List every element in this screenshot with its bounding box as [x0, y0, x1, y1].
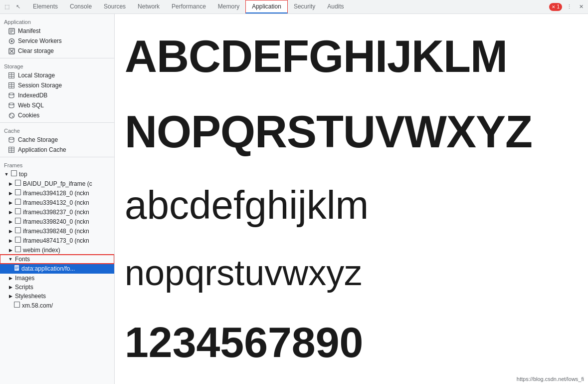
expand-baidu: ▶ — [8, 181, 13, 186]
tab-sources[interactable]: Sources — [98, 0, 132, 13]
font-data-label: data:application/fo... — [21, 265, 75, 272]
frame-icon-baidu — [15, 180, 21, 187]
tree-item-webim[interactable]: ▶ webim (index) — [0, 245, 114, 255]
expand-fonts: ▼ — [8, 257, 13, 262]
baidu-label: BAIDU_DUP_fp_iframe (c — [23, 180, 92, 187]
dock-icon[interactable]: ⬚ — [2, 2, 12, 12]
tab-elements[interactable]: Elements — [27, 0, 64, 13]
inspect-icon[interactable]: ↖ — [13, 2, 23, 12]
svg-rect-40 — [14, 302, 20, 308]
font-row-numbers: 1234567890 — [125, 319, 578, 366]
xm-label: xm.58.com/ — [22, 302, 53, 309]
websql-icon — [8, 102, 15, 109]
toolbar-icons: ⬚ ↖ — [2, 2, 23, 12]
sidebar-item-indexeddb[interactable]: IndexedDB — [0, 90, 114, 100]
sidebar-item-websql[interactable]: Web SQL — [0, 100, 114, 110]
svg-point-17 — [9, 93, 14, 95]
divider-frames — [0, 157, 114, 157]
application-cache-icon — [8, 146, 15, 153]
frame-icon-4 — [15, 218, 21, 225]
tab-application[interactable]: Application — [245, 0, 288, 13]
font-file-icon — [14, 265, 19, 273]
expand-stylesheets: ▶ — [8, 294, 13, 299]
application-cache-label: Application Cache — [18, 146, 66, 153]
expand-scripts: ▶ — [8, 285, 13, 290]
images-label: Images — [15, 275, 34, 282]
sidebar-item-application-cache[interactable]: Application Cache — [0, 145, 114, 155]
tree-item-xm[interactable]: xm.58.com/ — [0, 301, 114, 310]
tree-item-fonts[interactable]: ▼ Fonts — [0, 255, 114, 264]
more-options-icon[interactable]: ⋮ — [564, 2, 574, 12]
tree-item-frame3[interactable]: ▶ iframeu3398237_0 (nckn — [0, 207, 114, 217]
frame6-label: iframeu4874173_0 (nckn — [23, 237, 89, 244]
xm-icon — [14, 302, 20, 309]
sidebar-item-clear-storage[interactable]: Clear storage — [0, 46, 114, 56]
close-icon[interactable]: ✕ — [576, 2, 586, 12]
websql-label: Web SQL — [18, 102, 44, 109]
service-workers-label: Service Workers — [18, 37, 62, 44]
manifest-label: Manifest — [18, 27, 40, 34]
expand-frame2: ▶ — [8, 200, 13, 205]
tree-item-font-data[interactable]: data:application/fo... — [0, 264, 114, 274]
font-row-uppercase2: NOPQRSTUVWXYZ — [125, 107, 578, 157]
content-area: ABCDEFGHIJKLM NOPQRSTUVWXYZ abcdefghijkl… — [115, 14, 588, 384]
tree-item-frame6[interactable]: ▶ iframeu4874173_0 (nckn — [0, 236, 114, 245]
expand-images: ▶ — [8, 276, 13, 281]
tree-item-top[interactable]: ▼ top — [0, 169, 114, 179]
section-storage-header: Storage — [0, 60, 114, 70]
tree-item-baidu[interactable]: ▶ BAIDU_DUP_fp_iframe (c — [0, 179, 114, 188]
sidebar-item-cache-storage[interactable]: Cache Storage — [0, 135, 114, 145]
frame2-label: iframeu3394132_0 (nckn — [23, 199, 89, 206]
tab-performance[interactable]: Performance — [166, 0, 212, 13]
section-cache-header: Cache — [0, 125, 114, 135]
tree-item-frame4[interactable]: ▶ iframeu3398240_0 (nckn — [0, 217, 114, 226]
sidebar-item-cookies[interactable]: Cookies — [0, 110, 114, 120]
manifest-icon — [8, 27, 15, 34]
expand-frame5: ▶ — [8, 229, 13, 234]
svg-rect-27 — [11, 171, 17, 176]
svg-rect-34 — [15, 237, 21, 243]
expand-frame3: ▶ — [8, 210, 13, 215]
svg-rect-30 — [15, 199, 21, 205]
sidebar-item-local-storage[interactable]: Local Storage — [0, 70, 114, 80]
tab-memory[interactable]: Memory — [212, 0, 245, 13]
toolbar-right: ✕ 1 ⋮ ✕ — [549, 2, 586, 12]
expand-frame4: ▶ — [8, 219, 13, 224]
frame1-label: iframeu3394128_0 (nckn — [23, 190, 89, 197]
tree-item-images[interactable]: ▶ Images — [0, 274, 114, 283]
expand-webim: ▶ — [8, 248, 13, 253]
sidebar-item-session-storage[interactable]: Session Storage — [0, 80, 114, 90]
top-label: top — [19, 171, 27, 178]
expand-frame1: ▶ — [8, 191, 13, 196]
svg-rect-31 — [15, 209, 21, 214]
tree-item-scripts[interactable]: ▶ Scripts — [0, 283, 114, 292]
font-row-uppercase1: ABCDEFGHIJKLM — [125, 32, 578, 81]
session-storage-icon — [8, 82, 15, 89]
sidebar-item-service-workers[interactable]: Service Workers — [0, 36, 114, 46]
cookies-icon — [8, 112, 15, 119]
cache-storage-label: Cache Storage — [18, 136, 58, 143]
svg-point-20 — [10, 114, 11, 115]
frame-icon-top — [11, 170, 17, 178]
divider-cache — [0, 122, 114, 123]
sidebar: Application Manifest Service Workers Cle… — [0, 14, 115, 384]
tab-security[interactable]: Security — [288, 0, 321, 13]
section-frames-header: Frames — [0, 159, 114, 169]
tree-item-frame2[interactable]: ▶ iframeu3394132_0 (nckn — [0, 198, 114, 207]
svg-rect-28 — [15, 180, 21, 186]
sidebar-item-manifest[interactable]: Manifest — [0, 26, 114, 36]
tree-item-frame1[interactable]: ▶ iframeu3394128_0 (nckn — [0, 188, 114, 198]
clear-storage-label: Clear storage — [18, 47, 54, 54]
tree-item-frame5[interactable]: ▶ iframeu3398248_0 (nckn — [0, 226, 114, 236]
svg-point-22 — [9, 137, 14, 139]
expand-frame6: ▶ — [8, 238, 13, 243]
cache-storage-icon — [8, 136, 15, 143]
local-storage-label: Local Storage — [18, 72, 55, 79]
tab-network[interactable]: Network — [132, 0, 166, 13]
tab-console[interactable]: Console — [64, 0, 98, 13]
clear-storage-icon — [8, 47, 15, 54]
tree-item-stylesheets[interactable]: ▶ Stylesheets — [0, 292, 114, 301]
font-row-lowercase1: abcdefghijklm — [125, 183, 578, 227]
tab-audits[interactable]: Audits — [321, 0, 350, 13]
frame-icon-3 — [15, 208, 21, 216]
